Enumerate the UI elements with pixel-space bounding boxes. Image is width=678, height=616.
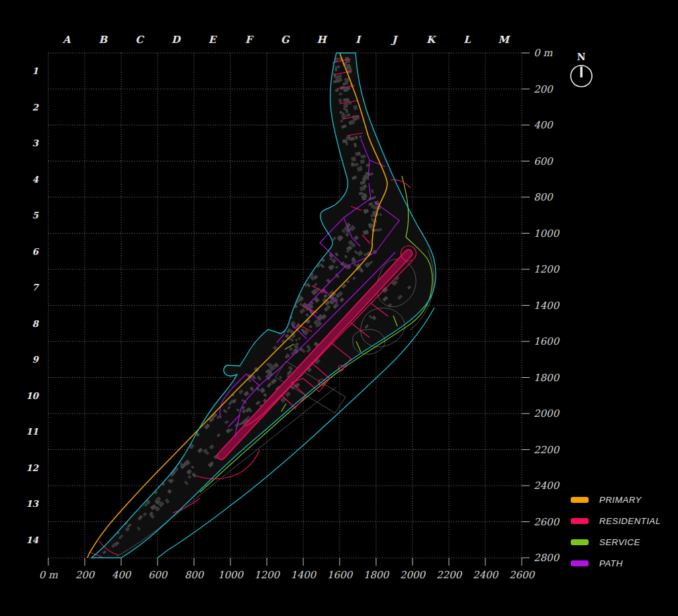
primary-swatch (571, 497, 589, 503)
right-scale-label: 800 (534, 191, 553, 203)
column-label: L (463, 34, 471, 46)
legend-label: RESIDENTIAL (599, 516, 661, 526)
column-label: G (281, 34, 289, 46)
column-label: B (99, 34, 107, 46)
right-scale-label: 400 (534, 119, 553, 131)
path-swatch (571, 560, 589, 566)
row-label: 8 (32, 318, 38, 329)
bottom-scale-label: 400 (112, 569, 131, 581)
row-label: 2 (32, 102, 38, 112)
right-scale-label: 1600 (534, 335, 559, 347)
right-scale-label: 1800 (534, 371, 559, 383)
bottom-scale-label: 1200 (254, 569, 279, 581)
row-label: 10 (26, 390, 38, 401)
row-label: 13 (26, 498, 38, 509)
map-poster: ABCDEFGHIJKLM 1234567891011121314 0 m200… (0, 0, 678, 616)
right-scale-label: 2800 (534, 552, 559, 564)
row-label: 7 (32, 282, 38, 292)
right-scale-label: 200 (534, 83, 553, 95)
road-legend: PRIMARY RESIDENTIAL SERVICE PATH (571, 492, 661, 577)
legend-item-path: PATH (571, 556, 661, 570)
bottom-scale-label: 1400 (291, 569, 316, 581)
island-landmass (91, 53, 436, 558)
grid-lines (48, 53, 522, 558)
row-label: 3 (32, 138, 38, 148)
column-label: A (63, 34, 71, 46)
bottom-scale-label: 1800 (363, 569, 389, 581)
column-label: H (316, 34, 326, 46)
scale-ticks (48, 53, 530, 566)
bottom-scale-label: 800 (185, 569, 204, 581)
row-label: 9 (32, 354, 38, 365)
bottom-scale-label: 600 (148, 569, 168, 581)
bottom-scale-label: 200 (75, 569, 95, 581)
legend-label: PRIMARY (599, 495, 642, 505)
service-swatch (571, 539, 589, 545)
column-label: M (498, 34, 509, 46)
column-label: K (426, 34, 435, 46)
compass-rose: N (569, 52, 593, 91)
row-label: 11 (26, 426, 38, 437)
column-label: I (356, 34, 360, 46)
bottom-scale-label: 2400 (473, 569, 498, 581)
row-label: 12 (26, 462, 38, 473)
right-scale-label: 1000 (534, 227, 559, 239)
row-label: 6 (32, 246, 38, 257)
right-scale-label: 2600 (534, 515, 559, 527)
right-scale-label: 600 (534, 155, 553, 167)
right-scale-label: 1200 (534, 263, 559, 275)
bottom-scale-label: 0 m (39, 569, 58, 581)
right-scale-label: 1400 (534, 299, 559, 311)
right-scale-label: 2000 (534, 408, 559, 419)
column-label: F (245, 34, 252, 46)
column-label: D (171, 34, 180, 46)
legend-label: SERVICE (599, 537, 640, 547)
residential-swatch (571, 518, 589, 524)
bottom-scale-label: 2600 (509, 569, 534, 581)
bottom-scale-label: 2000 (400, 569, 425, 581)
row-label: 5 (32, 210, 38, 220)
bottom-scale-label: 1000 (218, 569, 243, 581)
bottom-scale-label: 2200 (436, 569, 461, 581)
bottom-scale-label: 1600 (327, 569, 352, 581)
column-label: J (392, 34, 397, 46)
row-label: 1 (32, 66, 38, 76)
north-label: N (569, 52, 593, 62)
legend-item-residential: RESIDENTIAL (571, 513, 661, 528)
legend-item-primary: PRIMARY (571, 492, 661, 507)
right-scale-label: 2200 (534, 443, 559, 455)
row-label: 14 (26, 535, 38, 545)
legend-label: PATH (599, 558, 623, 568)
column-label: C (136, 34, 144, 46)
column-label: E (209, 34, 216, 46)
compass-icon (569, 62, 593, 89)
right-scale-label: 2400 (534, 480, 559, 492)
right-scale-label: 0 m (534, 47, 553, 59)
legend-item-service: SERVICE (571, 535, 661, 549)
row-label: 4 (32, 174, 38, 185)
